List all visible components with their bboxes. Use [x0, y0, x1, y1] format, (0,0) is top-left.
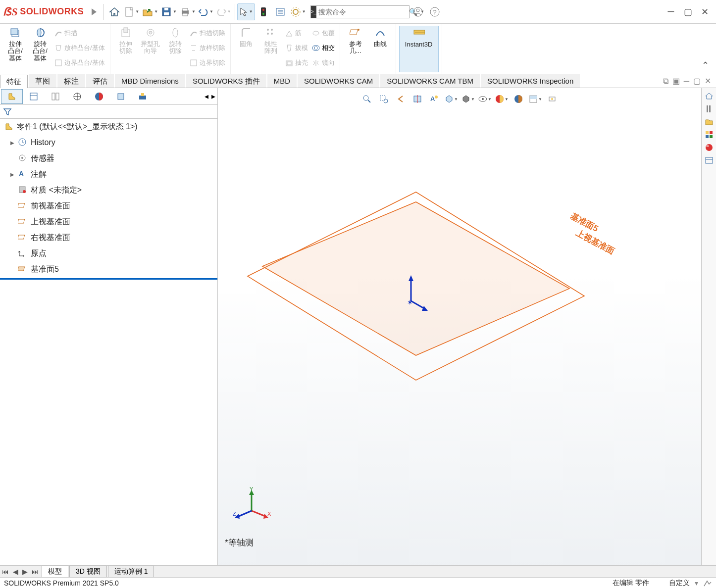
taskpane-view-palette[interactable] [703, 129, 715, 141]
tree-material[interactable]: 材质 <未指定> [0, 182, 217, 198]
hide-show-button[interactable]: ▼ [478, 92, 492, 106]
previous-view-button[interactable] [394, 92, 408, 106]
render-tools-button[interactable] [545, 92, 559, 106]
help-button[interactable]: ? [426, 3, 443, 20]
rib-button[interactable]: 筋 [283, 26, 310, 41]
tab-sw-cam-tbm[interactable]: SOLIDWORKS CAM TBM [380, 74, 480, 88]
close-button[interactable]: ✕ [696, 3, 713, 20]
collapse-ribbon-button[interactable]: ⌃ [695, 57, 716, 74]
redo-button[interactable]: ▼ [215, 3, 233, 20]
curves-button[interactable]: 曲线 [368, 26, 393, 72]
fm-tab-property[interactable] [23, 89, 45, 104]
doc-restore-icon[interactable]: ▣ [672, 76, 680, 86]
tab-features[interactable]: 特征 [0, 75, 28, 88]
doc-maximize-icon[interactable]: ▢ [693, 76, 701, 86]
doc-new-icon[interactable]: ⧉ [663, 77, 668, 86]
rebuild-button[interactable] [255, 3, 272, 20]
display-style-button[interactable]: ▼ [461, 92, 475, 106]
tab-annotate[interactable]: 标注 [57, 74, 85, 88]
tab-prev[interactable]: ◀ [11, 568, 20, 576]
minimize-button[interactable]: ─ [663, 3, 679, 20]
fm-tab-extra1[interactable] [110, 89, 132, 104]
taskpane-design-library[interactable] [703, 103, 715, 115]
reference-geometry-button[interactable]: 参考 几... [343, 26, 368, 72]
undo-button[interactable]: ▼ [197, 3, 215, 20]
hole-wizard-button[interactable]: 异型孔 向导 [138, 26, 163, 72]
rollback-bar[interactable] [0, 278, 217, 280]
wrap-button[interactable]: 包覆 [310, 26, 337, 41]
filter-icon[interactable] [3, 107, 12, 116]
fm-tab-display[interactable] [88, 89, 110, 104]
zoom-area-button[interactable] [377, 92, 391, 106]
tree-top-plane[interactable]: 上视基准面 [0, 214, 217, 230]
taskpane-appearances[interactable] [703, 142, 715, 153]
status-settings-icon[interactable] [703, 579, 712, 587]
taskpane-file-explorer[interactable] [703, 116, 715, 128]
coordinate-triad[interactable]: X Y Z [232, 486, 271, 526]
fillet-button[interactable]: 圆角 [234, 26, 258, 72]
tab-sketch[interactable]: 草图 [29, 74, 56, 88]
tree-history[interactable]: ▶History [0, 135, 217, 150]
boundary-cut-button[interactable]: 边界切除 [188, 55, 227, 70]
status-ui-mode[interactable]: 自定义 [669, 579, 690, 588]
user-profile-button[interactable] [409, 3, 426, 20]
tree-origin[interactable]: 原点 [0, 245, 217, 261]
fm-tabs-scroll-left[interactable]: ◂ [204, 92, 209, 101]
play-icon[interactable] [92, 8, 97, 15]
loft-boss-button[interactable]: 放样凸台/基体 [52, 41, 107, 55]
linear-pattern-button[interactable]: 线性 阵列 [258, 26, 283, 72]
sweep-cut-button[interactable]: 扫描切除 [188, 26, 227, 41]
print-button[interactable]: ▼ [178, 3, 197, 20]
save-button[interactable]: ▼ [159, 3, 178, 20]
view-orientation-button[interactable]: ▼ [444, 92, 458, 106]
apply-scene-button[interactable] [511, 92, 525, 106]
tab-sw-addins[interactable]: SOLIDWORKS 插件 [186, 74, 266, 88]
instant3d-button[interactable]: Instant3D [399, 26, 439, 72]
fm-tabs-scroll-right[interactable]: ▸ [209, 92, 217, 101]
section-view-button[interactable] [410, 92, 424, 106]
intersect-button[interactable]: 相交 [310, 41, 337, 55]
bottom-tab-motion[interactable]: 运动算例 1 [108, 566, 154, 577]
tree-sensors[interactable]: 传感器 [0, 150, 217, 166]
tab-sw-inspection[interactable]: SOLIDWORKS Inspection [481, 74, 580, 88]
draft-button[interactable]: 拔模 [283, 41, 310, 55]
file-properties-button[interactable] [272, 3, 289, 20]
fm-tab-dimxpert[interactable] [66, 89, 88, 104]
cut-extrude-button[interactable]: 拉伸 切除 [113, 26, 138, 72]
options-button[interactable]: ▼ [289, 3, 307, 20]
tree-front-plane[interactable]: 前视基准面 [0, 198, 217, 214]
taskpane-custom-properties[interactable] [703, 154, 715, 166]
boundary-boss-button[interactable]: 边界凸台/基体 [52, 55, 107, 70]
fm-tab-config[interactable] [45, 89, 66, 104]
bottom-tab-model[interactable]: 模型 [42, 566, 68, 577]
select-tool-button[interactable]: ▼ [237, 3, 255, 20]
view-settings-button[interactable]: ▼ [528, 92, 542, 106]
taskpane-home[interactable] [703, 90, 715, 102]
tab-first[interactable]: ⏮ [0, 568, 11, 576]
doc-close-icon[interactable]: ✕ [705, 76, 711, 86]
fm-tab-extra2[interactable] [132, 89, 153, 104]
open-document-button[interactable]: ▼ [141, 3, 159, 20]
shell-button[interactable]: 抽壳 [283, 55, 310, 70]
loft-cut-button[interactable]: 放样切除 [188, 41, 227, 55]
tree-right-plane[interactable]: 右视基准面 [0, 230, 217, 245]
zoom-fit-button[interactable] [360, 92, 374, 106]
tab-last[interactable]: ⏭ [30, 568, 41, 576]
command-search[interactable]: >_ 🔍 ▼ [310, 5, 409, 18]
fm-tab-tree[interactable] [1, 89, 23, 104]
maximize-button[interactable]: ▢ [679, 3, 696, 20]
new-document-button[interactable]: ▼ [123, 3, 141, 20]
graphics-viewport[interactable]: A ▼ ▼ ▼ ▼ ▼ ✶ 基准面5 上视基准面 [218, 88, 701, 565]
tab-mbd[interactable]: MBD [267, 74, 297, 88]
home-button[interactable] [106, 3, 123, 20]
dynamic-annotation-button[interactable]: A [427, 92, 441, 106]
edit-appearance-button[interactable]: ▼ [495, 92, 509, 106]
bottom-tab-3dviews[interactable]: 3D 视图 [69, 566, 107, 577]
tree-plane5[interactable]: 基准面5 [0, 261, 217, 277]
mirror-button[interactable]: 镜向 [310, 55, 337, 70]
tree-root[interactable]: 零件1 (默认<<默认>_显示状态 1>) [0, 119, 217, 135]
tree-annotations[interactable]: ▶A注解 [0, 166, 217, 182]
tab-next[interactable]: ▶ [20, 568, 30, 576]
tab-mbd-dimensions[interactable]: MBD Dimensions [115, 74, 185, 88]
tab-evaluate[interactable]: 评估 [86, 74, 114, 88]
